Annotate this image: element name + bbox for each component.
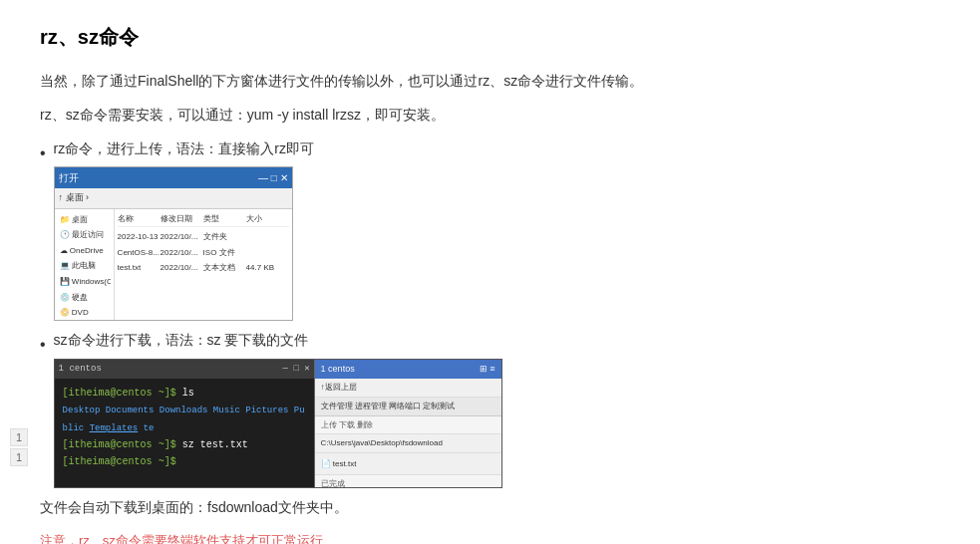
sidebar-dvd: 📀 DVD — [58, 305, 111, 321]
win-main-1: 名称 修改日期 类型 大小 2022-10-13 14... 2022/10/.… — [115, 209, 292, 322]
closing-paragraph: 文件会自动下载到桌面的：fsdownload文件夹中。 — [40, 496, 940, 520]
right-path: C:\Users\java\Desktop\fsdownload — [315, 434, 501, 453]
paragraph-1: 当然，除了通过FinalShell的下方窗体进行文件的传输以外，也可以通过rz、… — [40, 70, 940, 94]
file-row-2: CentOS-8... 2022/10/... ISO 文件 — [118, 245, 289, 261]
list-item-rz-text: rz命令，进行上传，语法：直接输入rz即可 — [54, 137, 940, 161]
side-numbers: 1 1 — [10, 428, 28, 468]
terminal-line-1: [itheima@centos ~]$ ls — [63, 385, 306, 402]
list-item-sz-text: sz命令进行下载，语法：sz 要下载的文件 — [54, 329, 940, 353]
page-container: rz、sz命令 当然，除了通过FinalShell的下方窗体进行文件的传输以外，… — [0, 0, 980, 544]
right-tabs: 文件管理 进程管理 网络端口 定制测试 — [315, 398, 501, 416]
terminal-line-3: [itheima@centos ~]$ sz test.txt — [63, 436, 306, 453]
list-item-rz: • rz命令，进行上传，语法：直接输入rz即可 打开 — □ ✕ ↑ 桌面 › … — [40, 137, 940, 322]
screenshot-rz: 打开 — □ ✕ ↑ 桌面 › 📁 桌面 🕐 最近访问 ☁ OneDrive 💻… — [54, 166, 293, 321]
sidebar-onedrive: ☁ OneDrive — [58, 243, 111, 259]
win-body-1: 📁 桌面 🕐 最近访问 ☁ OneDrive 💻 此电脑 💾 Windows(C… — [55, 209, 292, 322]
sidebar-desktop: 📁 桌面 — [58, 212, 111, 228]
file-header-1: 名称 修改日期 类型 大小 — [118, 212, 289, 228]
bullet-2: • — [40, 331, 46, 358]
paragraph-2: rz、sz命令需要安装，可以通过：yum -y install lrzsz，即可… — [40, 104, 940, 128]
terminal-line-2: Desktop Documents Downloads Music Pictur… — [63, 402, 306, 436]
right-file-item: 📄 test.txt — [321, 456, 495, 472]
side-num-1: 1 — [10, 428, 28, 446]
sidebar-c: 💾 Windows(C:) — [58, 274, 111, 290]
right-titlebar: 1 centos ⊞ ≡ — [315, 360, 501, 379]
right-status: 已完成 — [315, 474, 501, 488]
screenshot-sz: 1 centos — □ ✕ [itheima@centos ~]$ ls De… — [54, 359, 502, 488]
side-num-2: 1 — [10, 448, 28, 466]
list-item-sz-content: sz命令进行下载，语法：sz 要下载的文件 1 centos — □ ✕ [it… — [54, 329, 940, 488]
right-button-row: ↑返回上层 — [315, 379, 501, 398]
win-toolbar-1: ↑ 桌面 › — [55, 188, 292, 208]
terminal-line-4: [itheima@centos ~]$ — [63, 453, 306, 470]
file-row-3: test.txt 2022/10/... 文本文档 44.7 KB — [118, 260, 289, 276]
sidebar-pc: 💻 此电脑 — [58, 258, 111, 274]
win-controls-1: — □ ✕ — [258, 169, 288, 186]
list-section: • rz命令，进行上传，语法：直接输入rz即可 打开 — □ ✕ ↑ 桌面 › … — [40, 137, 940, 489]
right-files: 📄 test.txt — [315, 453, 501, 475]
win-title-1: 打开 — [59, 169, 79, 186]
sidebar-hdd: 💿 硬盘 — [58, 290, 111, 306]
list-item-sz: • sz命令进行下载，语法：sz 要下载的文件 1 centos — □ ✕ [… — [40, 329, 940, 488]
terminal-titlebar: 1 centos — □ ✕ — [55, 360, 314, 379]
file-manager-panel: 1 centos ⊞ ≡ ↑返回上层 文件管理 进程管理 网络端口 定制测试 上… — [314, 360, 501, 487]
list-item-rz-content: rz命令，进行上传，语法：直接输入rz即可 打开 — □ ✕ ↑ 桌面 › 📁 … — [54, 137, 940, 322]
sidebar-net: 🌐 网络 — [58, 321, 111, 322]
sidebar-recent: 🕐 最近访问 — [58, 227, 111, 243]
file-row-1: 2022-10-13 14... 2022/10/... 文件夹 — [118, 229, 289, 245]
page-title: rz、sz命令 — [40, 20, 940, 54]
win-sidebar-1: 📁 桌面 🕐 最近访问 ☁ OneDrive 💻 此电脑 💾 Windows(C… — [55, 209, 115, 322]
bullet-1: • — [40, 139, 46, 166]
note-red: 注意，rz、sz命令需要终端软件支持才可正常运行 — [40, 530, 940, 544]
terminal-panel: 1 centos — □ ✕ [itheima@centos ~]$ ls De… — [55, 360, 314, 487]
win-titlebar-1: 打开 — □ ✕ — [55, 167, 292, 188]
right-toolbar: 上传 下载 删除 — [315, 416, 501, 435]
